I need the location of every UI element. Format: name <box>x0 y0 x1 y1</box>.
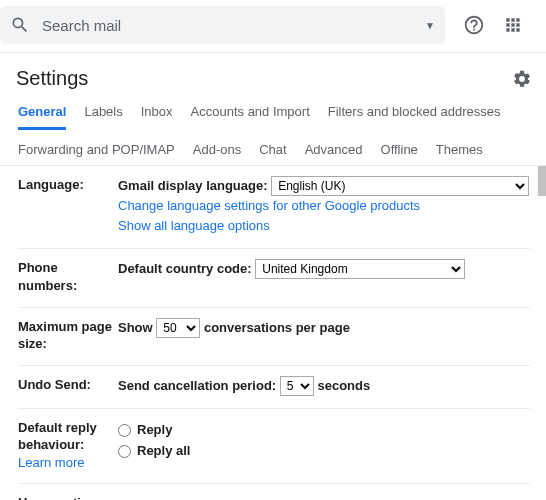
tab-chat[interactable]: Chat <box>259 142 286 165</box>
section-reply: Default reply behaviour: Learn more Repl… <box>18 409 530 485</box>
search-input[interactable] <box>42 17 419 34</box>
pagesize-suffix: conversations per page <box>204 320 350 335</box>
section-label: Undo Send: <box>18 376 118 396</box>
tab-addons[interactable]: Add-ons <box>193 142 241 165</box>
tab-filters[interactable]: Filters and blocked addresses <box>328 104 501 130</box>
tab-inbox[interactable]: Inbox <box>141 104 173 130</box>
search-field[interactable]: ▼ <box>0 6 445 44</box>
section-label: Default reply behaviour: Learn more <box>18 419 118 472</box>
undo-period-select[interactable]: 5 <box>280 376 314 396</box>
section-pagesize: Maximum page size: Show 50 conversations… <box>18 308 530 366</box>
pagesize-select[interactable]: 50 <box>156 318 200 338</box>
section-language: Language: Gmail display language: Englis… <box>18 166 530 249</box>
section-undo: Undo Send: Send cancellation period: 5 s… <box>18 366 530 409</box>
country-code-label: Default country code: <box>118 261 252 276</box>
reply-all-option: Reply all <box>137 441 190 461</box>
scrollbar-thumb[interactable] <box>538 166 546 196</box>
section-phone: Phone numbers: Default country code: Uni… <box>18 249 530 307</box>
pagesize-prefix: Show <box>118 320 153 335</box>
undo-prefix: Send cancellation period: <box>118 378 276 393</box>
display-language-label: Gmail display language: <box>118 178 268 193</box>
show-all-languages-link[interactable]: Show all language options <box>118 218 270 233</box>
page-title: Settings <box>16 67 88 90</box>
tab-advanced[interactable]: Advanced <box>305 142 363 165</box>
tab-accounts[interactable]: Accounts and Import <box>191 104 310 130</box>
section-label: Phone numbers: <box>18 259 118 294</box>
section-label: Language: <box>18 176 118 236</box>
change-language-link[interactable]: Change language settings for other Googl… <box>118 198 420 213</box>
undo-suffix: seconds <box>317 378 370 393</box>
section-hover: Hover actions: Enable hover actions - Qu… <box>18 484 530 500</box>
tab-general[interactable]: General <box>18 104 66 130</box>
gear-icon[interactable] <box>512 69 532 89</box>
tab-labels[interactable]: Labels <box>84 104 122 130</box>
learn-more-link[interactable]: Learn more <box>18 455 84 470</box>
search-options-caret[interactable]: ▼ <box>425 20 435 31</box>
search-icon[interactable] <box>10 15 30 35</box>
section-label: Hover actions: <box>18 494 118 500</box>
language-select[interactable]: English (UK) <box>271 176 529 196</box>
section-label: Maximum page size: <box>18 318 118 353</box>
reply-label-text: Default reply behaviour: <box>18 420 97 453</box>
tab-offline[interactable]: Offline <box>381 142 418 165</box>
tab-themes[interactable]: Themes <box>436 142 483 165</box>
reply-all-radio[interactable] <box>118 445 131 458</box>
help-icon[interactable] <box>463 14 485 36</box>
country-code-select[interactable]: United Kingdom <box>255 259 465 279</box>
reply-option: Reply <box>137 420 172 440</box>
apps-grid-icon[interactable] <box>503 15 523 35</box>
tab-forwarding[interactable]: Forwarding and POP/IMAP <box>18 142 175 165</box>
reply-radio[interactable] <box>118 424 131 437</box>
settings-tabs: General Labels Inbox Accounts and Import… <box>0 96 546 165</box>
